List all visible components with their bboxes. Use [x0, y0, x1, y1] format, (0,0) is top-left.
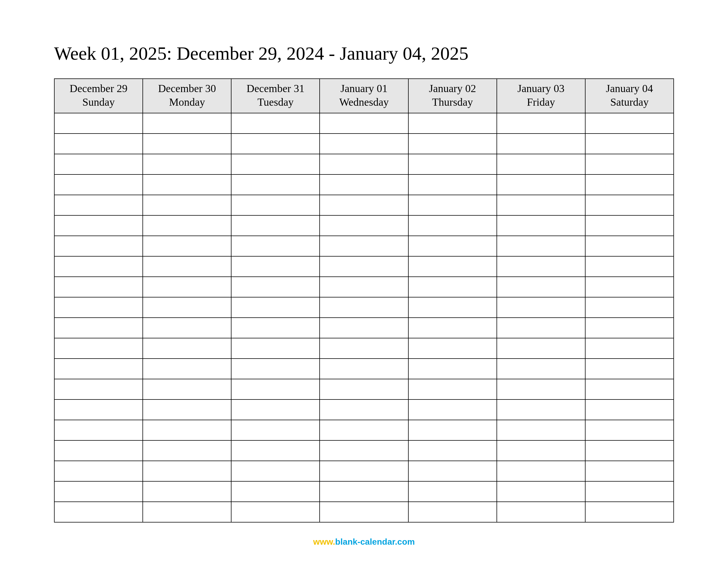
empty-cell[interactable] — [143, 154, 231, 175]
empty-cell[interactable] — [585, 440, 674, 461]
empty-cell[interactable] — [231, 236, 320, 256]
empty-cell[interactable] — [408, 175, 497, 195]
empty-cell[interactable] — [497, 338, 585, 358]
empty-cell[interactable] — [54, 277, 143, 297]
empty-cell[interactable] — [320, 502, 408, 522]
empty-cell[interactable] — [231, 461, 320, 481]
empty-cell[interactable] — [143, 256, 231, 277]
empty-cell[interactable] — [585, 318, 674, 338]
empty-cell[interactable] — [408, 502, 497, 522]
empty-cell[interactable] — [497, 113, 585, 134]
empty-cell[interactable] — [408, 440, 497, 461]
empty-cell[interactable] — [143, 113, 231, 134]
empty-cell[interactable] — [585, 113, 674, 134]
empty-cell[interactable] — [143, 358, 231, 379]
empty-cell[interactable] — [231, 358, 320, 379]
empty-cell[interactable] — [497, 215, 585, 236]
empty-cell[interactable] — [143, 195, 231, 215]
empty-cell[interactable] — [231, 502, 320, 522]
empty-cell[interactable] — [497, 154, 585, 175]
empty-cell[interactable] — [54, 318, 143, 338]
empty-cell[interactable] — [320, 195, 408, 215]
empty-cell[interactable] — [320, 215, 408, 236]
empty-cell[interactable] — [585, 399, 674, 420]
empty-cell[interactable] — [585, 379, 674, 399]
empty-cell[interactable] — [143, 215, 231, 236]
empty-cell[interactable] — [408, 215, 497, 236]
empty-cell[interactable] — [143, 297, 231, 318]
empty-cell[interactable] — [320, 175, 408, 195]
empty-cell[interactable] — [408, 134, 497, 154]
empty-cell[interactable] — [497, 297, 585, 318]
empty-cell[interactable] — [231, 215, 320, 236]
empty-cell[interactable] — [54, 134, 143, 154]
empty-cell[interactable] — [585, 134, 674, 154]
empty-cell[interactable] — [54, 461, 143, 481]
empty-cell[interactable] — [231, 256, 320, 277]
empty-cell[interactable] — [54, 338, 143, 358]
empty-cell[interactable] — [497, 461, 585, 481]
empty-cell[interactable] — [585, 502, 674, 522]
empty-cell[interactable] — [143, 236, 231, 256]
empty-cell[interactable] — [497, 277, 585, 297]
empty-cell[interactable] — [320, 440, 408, 461]
empty-cell[interactable] — [320, 113, 408, 134]
empty-cell[interactable] — [320, 134, 408, 154]
empty-cell[interactable] — [497, 379, 585, 399]
empty-cell[interactable] — [497, 502, 585, 522]
empty-cell[interactable] — [585, 358, 674, 379]
empty-cell[interactable] — [320, 399, 408, 420]
empty-cell[interactable] — [231, 195, 320, 215]
empty-cell[interactable] — [585, 461, 674, 481]
empty-cell[interactable] — [585, 154, 674, 175]
empty-cell[interactable] — [54, 215, 143, 236]
empty-cell[interactable] — [143, 175, 231, 195]
empty-cell[interactable] — [320, 318, 408, 338]
empty-cell[interactable] — [231, 175, 320, 195]
empty-cell[interactable] — [408, 358, 497, 379]
empty-cell[interactable] — [231, 420, 320, 440]
empty-cell[interactable] — [497, 318, 585, 338]
empty-cell[interactable] — [408, 399, 497, 420]
empty-cell[interactable] — [143, 420, 231, 440]
empty-cell[interactable] — [408, 481, 497, 502]
empty-cell[interactable] — [54, 358, 143, 379]
empty-cell[interactable] — [54, 399, 143, 420]
empty-cell[interactable] — [320, 154, 408, 175]
empty-cell[interactable] — [585, 256, 674, 277]
empty-cell[interactable] — [320, 481, 408, 502]
empty-cell[interactable] — [143, 134, 231, 154]
empty-cell[interactable] — [231, 338, 320, 358]
empty-cell[interactable] — [320, 358, 408, 379]
empty-cell[interactable] — [585, 481, 674, 502]
empty-cell[interactable] — [408, 461, 497, 481]
empty-cell[interactable] — [408, 236, 497, 256]
empty-cell[interactable] — [231, 154, 320, 175]
empty-cell[interactable] — [408, 154, 497, 175]
empty-cell[interactable] — [585, 420, 674, 440]
empty-cell[interactable] — [54, 379, 143, 399]
empty-cell[interactable] — [143, 338, 231, 358]
empty-cell[interactable] — [231, 318, 320, 338]
empty-cell[interactable] — [54, 420, 143, 440]
empty-cell[interactable] — [143, 461, 231, 481]
empty-cell[interactable] — [54, 481, 143, 502]
empty-cell[interactable] — [231, 113, 320, 134]
empty-cell[interactable] — [408, 113, 497, 134]
empty-cell[interactable] — [320, 379, 408, 399]
empty-cell[interactable] — [408, 297, 497, 318]
empty-cell[interactable] — [408, 379, 497, 399]
empty-cell[interactable] — [408, 420, 497, 440]
empty-cell[interactable] — [143, 277, 231, 297]
empty-cell[interactable] — [54, 502, 143, 522]
empty-cell[interactable] — [497, 134, 585, 154]
empty-cell[interactable] — [320, 420, 408, 440]
empty-cell[interactable] — [497, 175, 585, 195]
empty-cell[interactable] — [54, 195, 143, 215]
empty-cell[interactable] — [585, 236, 674, 256]
empty-cell[interactable] — [585, 215, 674, 236]
empty-cell[interactable] — [497, 481, 585, 502]
empty-cell[interactable] — [54, 440, 143, 461]
empty-cell[interactable] — [54, 113, 143, 134]
empty-cell[interactable] — [54, 297, 143, 318]
